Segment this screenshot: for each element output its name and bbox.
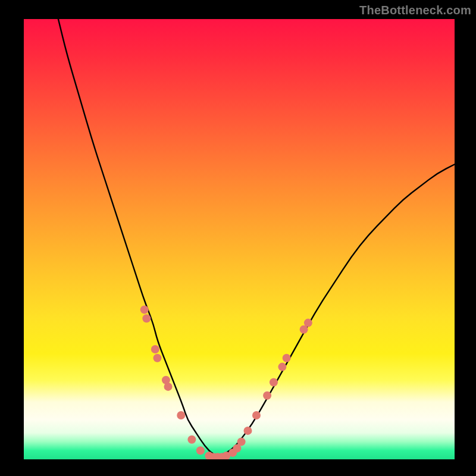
marker-dot bbox=[304, 319, 312, 327]
marker-dot bbox=[164, 383, 173, 391]
marker-dot bbox=[177, 411, 185, 419]
marker-dot bbox=[237, 437, 246, 446]
marker-dot bbox=[278, 363, 286, 371]
marker-dot bbox=[187, 436, 196, 444]
chart-frame: TheBottleneck.com bbox=[0, 0, 476, 476]
marker-dot bbox=[196, 446, 205, 455]
marker-dot bbox=[243, 427, 252, 435]
marker-dot bbox=[153, 354, 161, 362]
marker-dot bbox=[283, 354, 291, 362]
marker-group bbox=[140, 305, 312, 459]
marker-dot bbox=[142, 314, 151, 322]
marker-dot bbox=[252, 411, 261, 419]
plot-area bbox=[24, 19, 455, 459]
marker-dot bbox=[263, 392, 271, 400]
marker-dot bbox=[140, 305, 149, 314]
marker-dot bbox=[151, 345, 159, 353]
watermark-text: TheBottleneck.com bbox=[359, 4, 471, 17]
marker-dot bbox=[270, 378, 278, 387]
bottleneck-chart bbox=[24, 19, 455, 459]
bottleneck-curve bbox=[58, 19, 455, 455]
